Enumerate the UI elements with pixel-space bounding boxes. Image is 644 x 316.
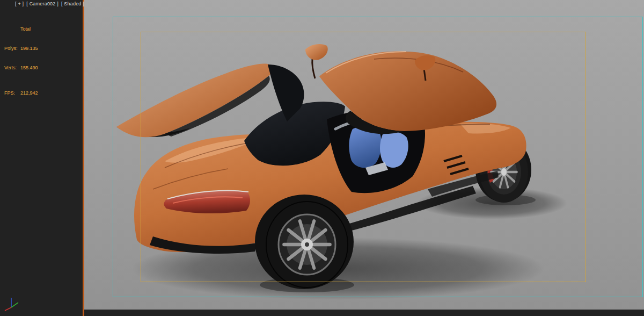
camera-viewport[interactable] — [84, 0, 644, 310]
stats-verts-value: 155.490 — [20, 64, 38, 71]
viewport-statistics: Total Polys: 199.135 Verts: 155.490 FPS:… — [4, 13, 38, 109]
left-mirror — [305, 44, 328, 60]
stats-verts-label: Verts: — [4, 64, 20, 71]
max-application-window: [ + ] [ Camera002 ] [ Shaded ] Total Pol… — [0, 0, 644, 316]
stats-polys-value: 199.135 — [20, 45, 38, 52]
rear-left-wheel — [255, 195, 354, 289]
viewport-general-menu[interactable]: [ + ] — [15, 1, 24, 6]
stats-fps-label: FPS: — [4, 90, 20, 96]
viewport-label: [ + ] [ Camera002 ] [ Shaded ] — [15, 1, 84, 6]
world-axis-icon — [3, 293, 21, 314]
stats-fps-value: 212,942 — [20, 90, 38, 96]
car-render[interactable] — [84, 0, 644, 310]
stats-polys-label: Polys: — [4, 45, 20, 52]
viewport-active-border — [83, 0, 84, 316]
viewport-pov-menu[interactable]: [ Camera002 ] — [26, 1, 58, 6]
stats-total-label: Total — [20, 26, 38, 32]
viewport-shading-menu[interactable]: [ Shaded ] — [61, 1, 84, 6]
